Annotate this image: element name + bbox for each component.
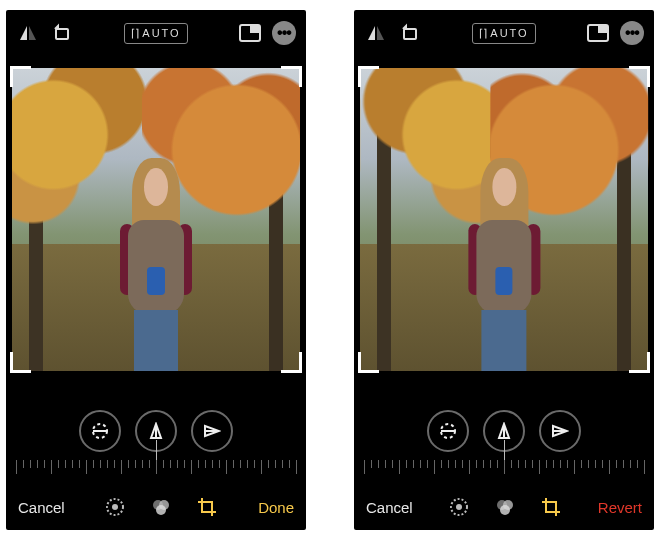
ruler-tick (156, 460, 157, 474)
cancel-button[interactable]: Cancel (18, 499, 65, 516)
ruler-tick (469, 460, 470, 474)
filters-icon[interactable] (493, 495, 517, 519)
ruler-tick (79, 460, 80, 468)
ruler-tick (364, 460, 365, 474)
ruler-tick (525, 460, 526, 468)
revert-button[interactable]: Revert (598, 499, 642, 516)
ruler-tick (539, 460, 540, 474)
ruler-tick (371, 460, 372, 468)
top-toolbar-left (364, 21, 422, 45)
ruler-tick (30, 460, 31, 468)
ruler-tick (504, 460, 505, 474)
ruler-tick (191, 460, 192, 474)
ruler-tick (420, 460, 421, 468)
ruler-tick (462, 460, 463, 468)
ruler-tick (441, 460, 442, 468)
top-toolbar: ⌈⌉ AUTO ••• (354, 10, 654, 56)
done-button[interactable]: Done (258, 499, 294, 516)
auto-label: AUTO (142, 27, 180, 39)
rotate-icon[interactable] (50, 21, 74, 45)
ruler-tick (170, 460, 171, 468)
crop-icon[interactable] (539, 495, 563, 519)
rotate-icon[interactable] (398, 21, 422, 45)
ruler-tick (637, 460, 638, 468)
adjust-icon[interactable] (103, 495, 127, 519)
ruler-tick (177, 460, 178, 468)
more-button[interactable]: ••• (272, 21, 296, 45)
horizontal-perspective-tool[interactable] (191, 410, 233, 452)
ruler-tick (93, 460, 94, 468)
ruler-tick (546, 460, 547, 468)
bottom-toolbar: Cancel Revert (354, 484, 654, 530)
auto-button[interactable]: ⌈⌉ AUTO (124, 23, 187, 44)
ruler-tick (240, 460, 241, 468)
crop-handle-bottom-left[interactable] (358, 352, 379, 373)
ruler-tick (448, 460, 449, 468)
ruler-tick (644, 460, 645, 474)
top-toolbar-left (16, 21, 74, 45)
ruler-tick (623, 460, 624, 468)
straighten-tool[interactable] (427, 410, 469, 452)
ruler-tick (399, 460, 400, 474)
ruler-tick (602, 460, 603, 468)
ruler-tick (588, 460, 589, 468)
ruler-tick (212, 460, 213, 468)
ruler-tick (254, 460, 255, 468)
photo-subject (461, 135, 547, 371)
crop-handle-bottom-left[interactable] (10, 352, 31, 373)
photo-canvas[interactable] (360, 68, 648, 371)
ruler-tick (532, 460, 533, 468)
auto-label: AUTO (490, 27, 528, 39)
ruler-tick (58, 460, 59, 468)
bottom-center-tools (103, 495, 219, 519)
photo-canvas[interactable] (12, 68, 300, 371)
ruler-tick (23, 460, 24, 468)
svg-point-8 (112, 504, 118, 510)
ruler-tick (490, 460, 491, 468)
crop-handle-top-left[interactable] (358, 66, 379, 87)
ruler-tick (609, 460, 610, 474)
crop-handle-bottom-right[interactable] (281, 352, 302, 373)
horizontal-perspective-tool[interactable] (539, 410, 581, 452)
svg-rect-12 (404, 29, 416, 39)
ruler-tick (483, 460, 484, 468)
ruler-tick (142, 460, 143, 468)
ruler-tick (574, 460, 575, 474)
auto-button[interactable]: ⌈⌉ AUTO (472, 23, 535, 44)
crop-handle-top-left[interactable] (10, 66, 31, 87)
ruler-tick (595, 460, 596, 468)
ruler-tick (226, 460, 227, 474)
flip-horizontal-icon[interactable] (16, 21, 40, 45)
photo-editor-screen: ⌈⌉ AUTO ••• (354, 10, 654, 530)
ruler-tick (497, 460, 498, 468)
ruler-tick (198, 460, 199, 468)
photo-editor-screen: ⌈⌉ AUTO ••• (6, 10, 306, 530)
crop-icon[interactable] (195, 495, 219, 519)
crop-handle-bottom-right[interactable] (629, 352, 650, 373)
ruler-tick (247, 460, 248, 468)
ruler-tick (427, 460, 428, 468)
ruler-tick (616, 460, 617, 468)
filters-icon[interactable] (149, 495, 173, 519)
straighten-tool[interactable] (79, 410, 121, 452)
more-button[interactable]: ••• (620, 21, 644, 45)
crop-handle-top-right[interactable] (281, 66, 302, 87)
adjust-icon[interactable] (447, 495, 471, 519)
ruler-tick (392, 460, 393, 468)
ruler-tick (282, 460, 283, 468)
aspect-ratio-icon[interactable] (586, 21, 610, 45)
ruler-tick (219, 460, 220, 468)
aspect-ratio-icon[interactable] (238, 21, 262, 45)
ellipsis-icon: ••• (625, 24, 639, 42)
bottom-toolbar: Cancel Done (6, 484, 306, 530)
svg-rect-0 (56, 29, 68, 39)
bottom-center-tools (447, 495, 563, 519)
cancel-button[interactable]: Cancel (366, 499, 413, 516)
ruler-tick (567, 460, 568, 468)
ruler-tick (296, 460, 297, 474)
ruler-tick (268, 460, 269, 468)
flip-horizontal-icon[interactable] (364, 21, 388, 45)
crop-handle-top-right[interactable] (629, 66, 650, 87)
ruler-tick (511, 460, 512, 468)
ruler-tick (385, 460, 386, 468)
